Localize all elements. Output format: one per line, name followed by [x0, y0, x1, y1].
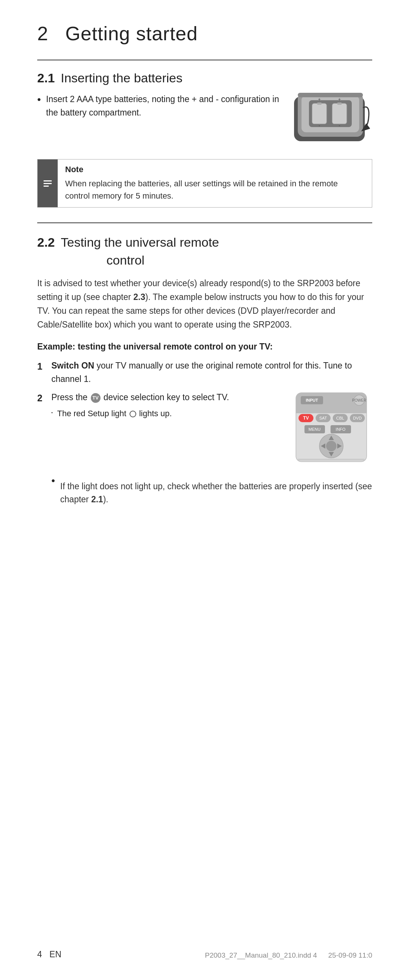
svg-rect-39	[298, 459, 365, 461]
svg-text:TV: TV	[303, 415, 309, 421]
section-2-1-heading: 2.1 Inserting the batteries	[37, 71, 372, 85]
svg-text:CBL: CBL	[336, 416, 344, 420]
section-divider-2-1	[37, 60, 372, 60]
example-heading: Example: testing the universal remote co…	[37, 340, 372, 353]
tv-button-icon: TV	[91, 393, 100, 403]
circle-light-indicator	[130, 410, 136, 417]
step-1: 1 Switch ON your TV manually or use the …	[37, 359, 372, 386]
step-2-inner: Press the TV device selection key to sel…	[51, 391, 372, 469]
svg-text:INPUT: INPUT	[306, 398, 318, 402]
svg-rect-13	[298, 93, 363, 97]
step-1-content: Switch ON your TV manually or use the or…	[51, 359, 372, 386]
if-light-bullet: •	[51, 474, 55, 487]
svg-text:INFO: INFO	[336, 427, 346, 431]
footer-filename: P2003_27__Manual_80_210.indd 4	[205, 951, 317, 959]
svg-text:+: +	[338, 97, 340, 102]
battery-bullet-item: • Insert 2 AAA type batteries, noting th…	[37, 93, 283, 119]
step-2-text-block: Press the TV device selection key to sel…	[51, 391, 283, 421]
if-light-text: If the light does not light up, check wh…	[60, 480, 372, 506]
remote-svg: INPUT POWER TV SAT CBL DV	[290, 391, 372, 465]
chapter-heading: 2 Getting started	[37, 22, 372, 45]
step-2-sub-bullets: • The red Setup light lights up.	[51, 407, 283, 420]
switch-on-label: Switch ON	[51, 361, 94, 371]
section-2-2-heading: 2.2 Testing the universal remote control	[37, 234, 372, 269]
footer-date: 25-09-09 11:0	[328, 951, 372, 959]
step-2: 2 Press the TV device selection key to s…	[37, 391, 372, 506]
bullet-dot: •	[37, 93, 41, 106]
svg-rect-5	[332, 103, 347, 124]
if-light-item: • If the light does not light up, check …	[51, 474, 372, 506]
setup-light-text: The red Setup light lights up.	[57, 407, 172, 420]
page-footer: 4 EN P2003_27__Manual_80_210.indd 4 25-0…	[37, 950, 372, 959]
svg-rect-16	[296, 408, 367, 413]
footer-right: P2003_27__Manual_80_210.indd 4 25-09-09 …	[205, 951, 372, 959]
svg-text:+: +	[318, 97, 320, 102]
svg-rect-6	[317, 102, 321, 105]
svg-text:DVD: DVD	[353, 416, 361, 420]
battery-compartment-svg: + - + -	[290, 89, 372, 149]
section-2-1-content: • Insert 2 AAA type batteries, noting th…	[37, 93, 372, 149]
battery-image: + - + -	[290, 89, 372, 149]
chapter-ref-2-3: 2.3	[133, 292, 145, 302]
note-icon-bar	[38, 159, 58, 207]
note-title: Note	[65, 165, 364, 174]
note-content: Note When replacing the batteries, all u…	[58, 159, 372, 207]
battery-bullet-list: • Insert 2 AAA type batteries, noting th…	[37, 93, 283, 119]
battery-text: • Insert 2 AAA type batteries, noting th…	[37, 93, 283, 127]
svg-text:MENU: MENU	[309, 427, 320, 431]
chapter-title: Getting started	[65, 23, 198, 45]
note-line-1	[44, 180, 52, 181]
svg-rect-9	[337, 102, 342, 105]
svg-text:SAT: SAT	[320, 416, 327, 420]
section-2-1-title: Inserting the batteries	[61, 71, 182, 85]
section-divider-2-2	[37, 223, 372, 223]
svg-text:POWER: POWER	[352, 398, 366, 402]
note-body-text: When replacing the batteries, all user s…	[65, 177, 364, 202]
remote-control-image: INPUT POWER TV SAT CBL DV	[290, 391, 372, 469]
chapter-number: 2	[37, 23, 48, 45]
section-2-2-title: Testing the universal remote control	[61, 234, 219, 269]
note-box: Note When replacing the batteries, all u…	[37, 159, 372, 208]
section-2-1-num: 2.1	[37, 71, 55, 85]
svg-text:-: -	[319, 123, 320, 128]
section-2-2-num: 2.2	[37, 234, 55, 251]
step-1-number: 1	[37, 359, 46, 374]
footer-language: EN	[49, 950, 62, 959]
sub-bullet-setup-light: • The red Setup light lights up.	[51, 407, 283, 420]
battery-instruction: Insert 2 AAA type batteries, noting the …	[46, 93, 283, 119]
step-2-content: Press the TV device selection key to sel…	[51, 391, 372, 506]
chapter-ref-2-1: 2.1	[91, 495, 103, 504]
footer-row: 4 EN P2003_27__Manual_80_210.indd 4 25-0…	[37, 950, 372, 959]
svg-text:-: -	[339, 123, 340, 128]
footer-page-number: 4	[37, 950, 42, 959]
step-2-number: 2	[37, 391, 46, 406]
svg-point-38	[326, 441, 337, 451]
note-line-3	[44, 186, 49, 187]
svg-rect-4	[312, 103, 327, 124]
page-container: 2 Getting started 2.1 Inserting the batt…	[0, 0, 402, 980]
sub-bullet-dot: •	[51, 410, 53, 415]
note-line-2	[44, 183, 52, 184]
step-1-text: Switch ON your TV manually or use the or…	[51, 361, 352, 384]
footer-left: 4 EN	[37, 950, 62, 959]
numbered-steps-list: 1 Switch ON your TV manually or use the …	[37, 359, 372, 506]
note-lines-icon	[44, 180, 52, 187]
step-2-text: Press the TV device selection key to sel…	[51, 392, 229, 402]
section-2-2-body: It is advised to test whether your devic…	[37, 277, 372, 331]
